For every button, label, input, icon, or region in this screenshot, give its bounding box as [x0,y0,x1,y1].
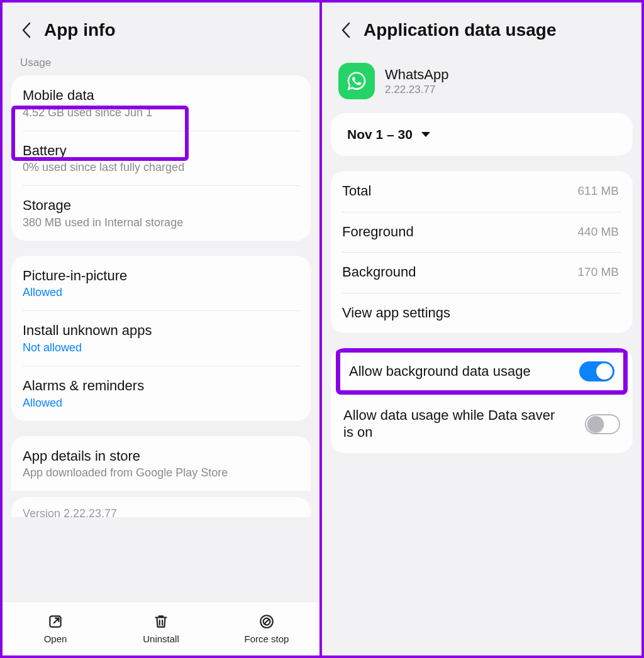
back-button-right[interactable] [337,21,355,39]
open-icon [47,613,64,630]
trash-icon [153,613,169,630]
row-battery[interactable]: Battery 0% used since last fully charged [11,131,311,186]
store-card: App details in store App downloaded from… [11,436,311,491]
forcestop-label: Force stop [245,633,289,644]
permissions-card: Picture-in-picture Allowed Install unkno… [11,256,311,421]
mobile-data-title: Mobile data [23,87,299,105]
uninstall-label: Uninstall [143,633,179,644]
force-stop-button[interactable]: Force stop [216,613,317,644]
highlight-allow-bg: Allow background data usage [336,348,628,395]
background-value: 170 MB [578,265,619,279]
pip-title: Picture-in-picture [23,267,299,285]
toggle-allow-bg[interactable]: Allow background data usage [340,353,623,390]
foreground-value: 440 MB [578,225,619,239]
allow-bg-label: Allow background data usage [349,363,531,380]
toggle-allow-saver[interactable]: Allow data usage while Data saver is on [331,395,633,453]
alarms-title: Alarms & reminders [23,377,299,395]
version-peek: Version 2.22.23.77 [11,497,311,517]
row-foreground[interactable]: Foreground 440 MB [331,212,633,253]
forbidden-icon [258,613,275,630]
back-button[interactable] [18,21,35,39]
app-info-pane: App info Usage Mobile data 4.52 GB used … [3,3,322,655]
row-mobile-data[interactable]: Mobile data 4.52 GB used since Jun 1 [11,75,311,131]
usage-card: Mobile data 4.52 GB used since Jun 1 Bat… [11,75,311,241]
battery-sub: 0% used since last fully charged [23,161,299,174]
store-sub: App downloaded from Google Play Store [23,466,299,480]
chevron-left-icon [341,22,351,38]
toggles-card: Allow background data usage Allow data u… [331,348,633,453]
row-unknown-apps[interactable]: Install unknown apps Not allowed [11,310,311,366]
allow-bg-switch[interactable] [579,361,614,381]
data-usage-pane: Application data usage WhatsApp 2.22.23.… [322,3,641,655]
mobile-data-sub: 4.52 GB used since Jun 1 [23,106,299,119]
chevron-left-icon [21,22,31,38]
row-background[interactable]: Background 170 MB [331,252,633,293]
app-name: WhatsApp [385,67,449,83]
row-store[interactable]: App details in store App downloaded from… [11,436,311,491]
row-view-settings[interactable]: View app settings [331,293,633,334]
unknown-sub: Not allowed [23,341,299,354]
row-total[interactable]: Total 611 MB [331,171,633,212]
storage-sub: 380 MB used in Internal storage [23,216,299,229]
allow-saver-label: Allow data usage while Data saver is on [343,407,557,441]
triangle-down-icon [420,130,431,139]
app-version: 2.22.23.77 [385,84,449,96]
uninstall-button[interactable]: Uninstall [111,613,211,644]
total-value: 611 MB [578,184,619,198]
header: App info [3,3,319,52]
pip-sub: Allowed [23,286,299,299]
row-storage[interactable]: Storage 380 MB used in Internal storage [11,185,311,241]
app-identity: WhatsApp 2.22.23.77 [322,52,641,104]
allow-saver-switch[interactable] [585,414,620,434]
row-pip[interactable]: Picture-in-picture Allowed [11,256,311,311]
page-title: App info [44,20,116,40]
whatsapp-icon [338,63,375,99]
date-range-selector[interactable]: Nov 1 – 30 [331,113,633,156]
usage-stats-card: Total 611 MB Foreground 440 MB Backgroun… [331,171,633,333]
open-button[interactable]: Open [5,613,106,644]
date-range-text: Nov 1 – 30 [347,127,413,142]
bottom-toolbar: Open Uninstall Force stop [3,601,319,655]
open-label: Open [44,633,67,644]
store-title: App details in store [23,447,299,466]
storage-title: Storage [23,197,299,215]
alarms-sub: Allowed [23,397,299,410]
row-alarms[interactable]: Alarms & reminders Allowed [11,366,311,421]
section-usage-label: Usage [3,52,319,72]
unknown-title: Install unknown apps [23,322,299,340]
view-settings-label: View app settings [342,304,621,322]
page-title-right: Application data usage [364,20,557,40]
battery-title: Battery [23,142,299,160]
header-right: Application data usage [322,3,641,52]
